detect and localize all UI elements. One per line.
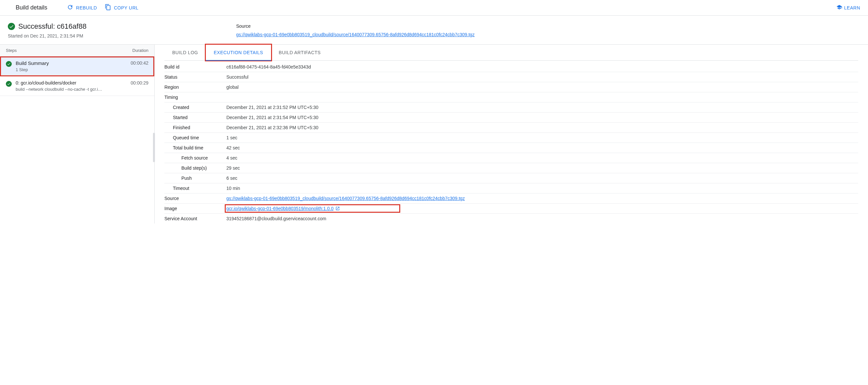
copy-url-label: COPY URL [114, 5, 138, 10]
step-duration: 00:00:29 [131, 80, 149, 86]
fetch-source-value: 4 sec [226, 155, 858, 160]
finished-value: December 21, 2021 at 2:32:36 PM UTC+5:30 [226, 125, 858, 130]
started-text: Started on Dec 21, 2021, 2:31:54 PM [8, 33, 210, 38]
timing-label: Timing [164, 95, 226, 100]
status-value: Successful [226, 75, 858, 80]
steps-column-header: Steps [6, 48, 132, 53]
queued-value: 1 sec [226, 135, 858, 140]
tab-build-artifacts[interactable]: BUILD ARTIFACTS [271, 45, 329, 60]
push-label: Push [164, 176, 226, 181]
details-table: Build idc616af88-0475-4164-8a45-fd40e5e3… [164, 62, 858, 224]
tabs: BUILD LOG EXECUTION DETAILS BUILD ARTIFA… [164, 45, 858, 61]
steps-panel: Steps Duration Build Summary 1 Step 00:0… [0, 45, 155, 224]
started-label: Started [164, 115, 226, 120]
learn-label: LEARN [844, 5, 860, 10]
queued-label: Queued time [164, 135, 226, 140]
source-link[interactable]: gs://qwiklabs-gcp-01-69e0bb803519_cloudb… [236, 32, 475, 37]
source-row-label: Source [164, 196, 226, 201]
learn-icon [836, 4, 842, 11]
success-icon [6, 81, 12, 87]
learn-button[interactable]: LEARN [836, 4, 860, 11]
steps-table-header: Steps Duration [0, 45, 154, 56]
image-link[interactable]: gcr.io/qwiklabs-gcp-01-69e0bb803519/mono… [226, 206, 333, 211]
success-icon [8, 23, 15, 30]
created-label: Created [164, 105, 226, 110]
step-row-summary[interactable]: Build Summary 1 Step 00:00:42 [0, 56, 154, 76]
copy-icon [105, 4, 111, 11]
region-value: global [226, 85, 858, 90]
rebuild-label: REBUILD [76, 5, 97, 10]
scrollbar[interactable] [153, 133, 155, 162]
service-account-value: 319452186871@cloudbuild.gserviceaccount.… [226, 216, 858, 221]
copy-url-button[interactable]: COPY URL [101, 1, 142, 14]
tab-build-log[interactable]: BUILD LOG [164, 45, 206, 60]
top-bar: Build details REBUILD COPY URL LEARN [0, 0, 868, 16]
region-label: Region [164, 85, 226, 90]
step-title: 0: gcr.io/cloud-builders/docker [16, 80, 127, 86]
created-value: December 21, 2021 at 2:31:52 PM UTC+5:30 [226, 105, 858, 110]
service-account-label: Service Account [164, 216, 226, 221]
status-title: Successful: c616af88 [18, 22, 87, 31]
timeout-value: 10 min [226, 186, 858, 191]
status-label: Status [164, 75, 226, 80]
total-build-time-label: Total build time [164, 145, 226, 150]
source-heading: Source [236, 24, 860, 29]
duration-column-header: Duration [132, 48, 148, 53]
fetch-source-label: Fetch source [164, 155, 226, 160]
push-value: 6 sec [226, 176, 858, 181]
step-row-0[interactable]: 0: gcr.io/cloud-builders/docker build --… [0, 76, 154, 96]
build-id-value: c616af88-0475-4164-8a45-fd40e5e3343d [226, 64, 858, 69]
details-panel: BUILD LOG EXECUTION DETAILS BUILD ARTIFA… [155, 45, 868, 224]
page-title: Build details [16, 4, 47, 11]
success-icon [6, 61, 12, 67]
refresh-icon [67, 4, 73, 11]
timeout-label: Timeout [164, 186, 226, 191]
source-row-link[interactable]: gs://qwiklabs-gcp-01-69e0bb803519_cloudb… [226, 196, 858, 201]
rebuild-button[interactable]: REBUILD [63, 1, 101, 14]
build-steps-value: 29 sec [226, 166, 858, 171]
image-label: Image [164, 206, 226, 211]
total-build-time-value: 42 sec [226, 145, 858, 150]
step-duration: 00:00:42 [131, 60, 149, 66]
external-link-icon[interactable] [335, 206, 340, 211]
build-id-label: Build id [164, 64, 226, 69]
step-title: Build Summary [16, 60, 127, 66]
step-subtitle: build --network cloudbuild --no-cache -t… [16, 87, 127, 92]
started-value: December 21, 2021 at 2:31:54 PM UTC+5:30 [226, 115, 858, 120]
step-subtitle: 1 Step [16, 67, 127, 72]
tab-execution-details[interactable]: EXECUTION DETAILS [206, 45, 271, 60]
build-steps-label: Build step(s) [164, 166, 226, 171]
summary-section: Successful: c616af88 Started on Dec 21, … [0, 16, 868, 45]
finished-label: Finished [164, 125, 226, 130]
image-link-wrap: gcr.io/qwiklabs-gcp-01-69e0bb803519/mono… [226, 206, 399, 211]
